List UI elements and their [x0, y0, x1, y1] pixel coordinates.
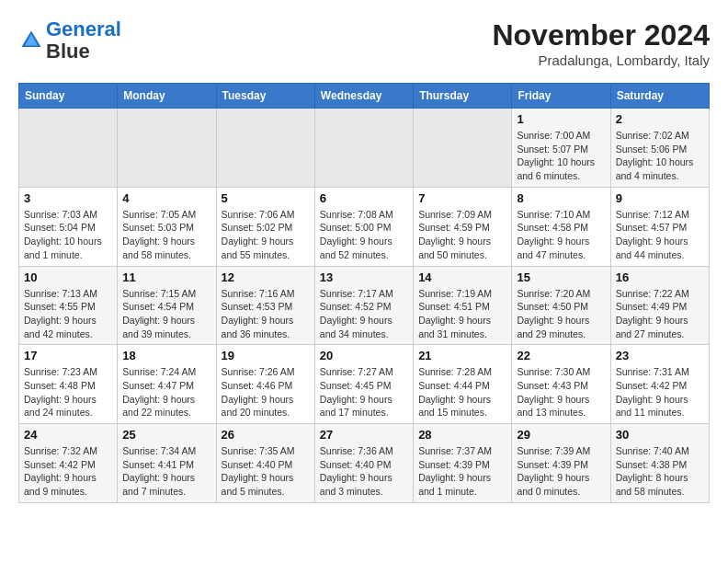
day-info: Sunrise: 7:23 AM Sunset: 4:48 PM Dayligh… [24, 365, 112, 419]
calendar-cell: 8Sunrise: 7:10 AM Sunset: 4:58 PM Daylig… [512, 187, 610, 266]
weekday-header-thursday: Thursday [414, 84, 512, 109]
weekday-header-saturday: Saturday [610, 84, 709, 109]
day-info: Sunrise: 7:37 AM Sunset: 4:39 PM Dayligh… [418, 444, 506, 499]
weekday-header-row: SundayMondayTuesdayWednesdayThursdayFrid… [19, 84, 710, 109]
day-info: Sunrise: 7:09 AM Sunset: 4:59 PM Dayligh… [418, 208, 506, 262]
calendar-week-1: 1Sunrise: 7:00 AM Sunset: 5:07 PM Daylig… [19, 109, 710, 188]
day-info: Sunrise: 7:35 AM Sunset: 4:40 PM Dayligh… [222, 444, 310, 499]
day-info: Sunrise: 7:31 AM Sunset: 4:42 PM Dayligh… [616, 365, 704, 419]
calendar-cell: 25Sunrise: 7:34 AM Sunset: 4:41 PM Dayli… [118, 424, 216, 503]
day-number: 12 [222, 270, 310, 284]
calendar-cell: 22Sunrise: 7:30 AM Sunset: 4:43 PM Dayli… [512, 345, 610, 424]
calendar-cell: 30Sunrise: 7:40 AM Sunset: 4:38 PM Dayli… [610, 424, 709, 503]
day-info: Sunrise: 7:12 AM Sunset: 4:57 PM Dayligh… [616, 208, 704, 262]
page-header: GeneralBlue November 2024 Pradalunga, Lo… [18, 18, 710, 68]
day-info: Sunrise: 7:06 AM Sunset: 5:02 PM Dayligh… [222, 208, 310, 262]
day-info: Sunrise: 7:36 AM Sunset: 4:40 PM Dayligh… [320, 444, 408, 499]
day-number: 4 [122, 191, 210, 205]
logo-text: GeneralBlue [46, 18, 121, 63]
day-number: 5 [222, 191, 310, 205]
day-number: 29 [517, 428, 605, 442]
day-info: Sunrise: 7:26 AM Sunset: 4:46 PM Dayligh… [222, 365, 310, 419]
day-number: 1 [517, 112, 605, 126]
day-number: 11 [122, 270, 210, 284]
calendar-cell: 9Sunrise: 7:12 AM Sunset: 4:57 PM Daylig… [610, 187, 709, 266]
month-title: November 2024 [492, 18, 710, 52]
day-number: 23 [616, 349, 704, 362]
day-info: Sunrise: 7:03 AM Sunset: 5:04 PM Dayligh… [24, 208, 112, 262]
calendar-cell: 3Sunrise: 7:03 AM Sunset: 5:04 PM Daylig… [19, 187, 118, 266]
calendar-table: SundayMondayTuesdayWednesdayThursdayFrid… [18, 83, 710, 503]
weekday-header-monday: Monday [118, 84, 216, 109]
day-info: Sunrise: 7:16 AM Sunset: 4:53 PM Dayligh… [222, 287, 310, 341]
calendar-cell: 14Sunrise: 7:19 AM Sunset: 4:51 PM Dayli… [414, 266, 512, 345]
calendar-cell: 28Sunrise: 7:37 AM Sunset: 4:39 PM Dayli… [414, 424, 512, 503]
day-info: Sunrise: 7:30 AM Sunset: 4:43 PM Dayligh… [517, 365, 605, 419]
day-number: 21 [418, 349, 506, 362]
day-number: 17 [24, 349, 112, 362]
calendar-cell: 26Sunrise: 7:35 AM Sunset: 4:40 PM Dayli… [216, 424, 314, 503]
day-info: Sunrise: 7:08 AM Sunset: 5:00 PM Dayligh… [320, 208, 408, 262]
day-number: 10 [24, 270, 112, 284]
calendar-cell: 1Sunrise: 7:00 AM Sunset: 5:07 PM Daylig… [512, 109, 610, 188]
day-info: Sunrise: 7:24 AM Sunset: 4:47 PM Dayligh… [122, 365, 210, 419]
calendar-cell: 2Sunrise: 7:02 AM Sunset: 5:06 PM Daylig… [610, 109, 709, 188]
day-info: Sunrise: 7:20 AM Sunset: 4:50 PM Dayligh… [517, 287, 605, 341]
day-number: 30 [616, 428, 704, 442]
calendar-week-4: 17Sunrise: 7:23 AM Sunset: 4:48 PM Dayli… [19, 345, 710, 424]
day-info: Sunrise: 7:13 AM Sunset: 4:55 PM Dayligh… [24, 287, 112, 341]
day-number: 6 [320, 191, 408, 205]
calendar-week-5: 24Sunrise: 7:32 AM Sunset: 4:42 PM Dayli… [19, 424, 710, 503]
day-number: 16 [616, 270, 704, 284]
day-number: 18 [122, 349, 210, 362]
day-info: Sunrise: 7:00 AM Sunset: 5:07 PM Dayligh… [517, 129, 605, 183]
day-info: Sunrise: 7:32 AM Sunset: 4:42 PM Dayligh… [24, 444, 112, 499]
day-info: Sunrise: 7:02 AM Sunset: 5:06 PM Dayligh… [616, 129, 704, 183]
calendar-cell: 4Sunrise: 7:05 AM Sunset: 5:03 PM Daylig… [118, 187, 216, 266]
calendar-cell [118, 109, 216, 188]
day-number: 8 [517, 191, 605, 205]
day-info: Sunrise: 7:28 AM Sunset: 4:44 PM Dayligh… [418, 365, 506, 419]
day-info: Sunrise: 7:22 AM Sunset: 4:49 PM Dayligh… [616, 287, 704, 341]
calendar-cell: 5Sunrise: 7:06 AM Sunset: 5:02 PM Daylig… [216, 187, 314, 266]
day-number: 24 [24, 428, 112, 442]
calendar-cell: 7Sunrise: 7:09 AM Sunset: 4:59 PM Daylig… [414, 187, 512, 266]
day-number: 15 [517, 270, 605, 284]
day-number: 14 [418, 270, 506, 284]
location-subtitle: Pradalunga, Lombardy, Italy [492, 52, 710, 68]
calendar-cell: 27Sunrise: 7:36 AM Sunset: 4:40 PM Dayli… [314, 424, 413, 503]
day-info: Sunrise: 7:15 AM Sunset: 4:54 PM Dayligh… [122, 287, 210, 341]
calendar-cell: 16Sunrise: 7:22 AM Sunset: 4:49 PM Dayli… [610, 266, 709, 345]
calendar-cell: 18Sunrise: 7:24 AM Sunset: 4:47 PM Dayli… [118, 345, 216, 424]
weekday-header-sunday: Sunday [19, 84, 118, 109]
day-info: Sunrise: 7:10 AM Sunset: 4:58 PM Dayligh… [517, 208, 605, 262]
day-number: 19 [222, 349, 310, 362]
calendar-cell: 19Sunrise: 7:26 AM Sunset: 4:46 PM Dayli… [216, 345, 314, 424]
day-number: 13 [320, 270, 408, 284]
calendar-cell: 13Sunrise: 7:17 AM Sunset: 4:52 PM Dayli… [314, 266, 413, 345]
day-number: 7 [418, 191, 506, 205]
title-block: November 2024 Pradalunga, Lombardy, Ital… [492, 18, 710, 68]
day-number: 9 [616, 191, 704, 205]
calendar-cell: 6Sunrise: 7:08 AM Sunset: 5:00 PM Daylig… [314, 187, 413, 266]
weekday-header-tuesday: Tuesday [216, 84, 314, 109]
day-number: 22 [517, 349, 605, 362]
calendar-cell [19, 109, 118, 188]
day-info: Sunrise: 7:40 AM Sunset: 4:38 PM Dayligh… [616, 444, 704, 499]
day-info: Sunrise: 7:17 AM Sunset: 4:52 PM Dayligh… [320, 287, 408, 341]
day-number: 25 [122, 428, 210, 442]
day-number: 26 [222, 428, 310, 442]
calendar-cell [414, 109, 512, 188]
day-info: Sunrise: 7:27 AM Sunset: 4:45 PM Dayligh… [320, 365, 408, 419]
calendar-cell: 24Sunrise: 7:32 AM Sunset: 4:42 PM Dayli… [19, 424, 118, 503]
day-info: Sunrise: 7:34 AM Sunset: 4:41 PM Dayligh… [122, 444, 210, 499]
calendar-cell: 29Sunrise: 7:39 AM Sunset: 4:39 PM Dayli… [512, 424, 610, 503]
day-info: Sunrise: 7:39 AM Sunset: 4:39 PM Dayligh… [517, 444, 605, 499]
day-number: 3 [24, 191, 112, 205]
day-number: 28 [418, 428, 506, 442]
calendar-cell [216, 109, 314, 188]
day-info: Sunrise: 7:19 AM Sunset: 4:51 PM Dayligh… [418, 287, 506, 341]
calendar-cell [314, 109, 413, 188]
calendar-cell: 10Sunrise: 7:13 AM Sunset: 4:55 PM Dayli… [19, 266, 118, 345]
logo: GeneralBlue [18, 18, 121, 63]
